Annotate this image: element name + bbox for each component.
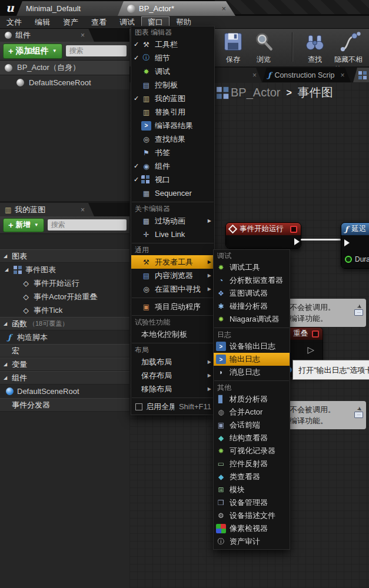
menu-item[interactable]: ✓视口: [131, 173, 214, 186]
close-icon[interactable]: ×: [252, 71, 257, 79]
menu-item[interactable]: ◎查找结果: [131, 132, 214, 146]
menu-item[interactable]: ⚑书签: [131, 146, 214, 159]
debug-stop-icon[interactable]: [312, 330, 319, 338]
delay-node[interactable]: ƒ 延迟 Durati: [341, 222, 369, 269]
menu-item[interactable]: ⚒开发者工具▶: [131, 255, 214, 269]
menu-item[interactable]: ▤内容浏览器▶: [131, 269, 214, 282]
close-icon[interactable]: ×: [81, 206, 85, 214]
menu-item[interactable]: ⊞模块: [214, 483, 290, 496]
duration-pin[interactable]: [345, 256, 352, 263]
menu-item[interactable]: 本地化控制板: [131, 328, 214, 341]
component-tree-row[interactable]: BP_Actor（自身）: [0, 61, 129, 75]
doc-tab-construction-script[interactable]: ƒ Construction Scrip ×: [262, 68, 351, 82]
menu-item[interactable]: 像素检视器: [214, 522, 290, 535]
mbp-section-row[interactable]: 事件分发器: [0, 398, 129, 412]
menu-item[interactable]: ▥替换引用: [131, 105, 214, 119]
doc-tab-event-graph[interactable]: [353, 68, 369, 82]
mbp-section-row[interactable]: ◢图表: [0, 249, 129, 263]
exec-pin-hollow[interactable]: ▷: [307, 345, 314, 355]
mbp-item-row[interactable]: ◇事件Tick: [0, 303, 129, 317]
menu-item[interactable]: ▣会话前端: [214, 419, 290, 432]
add-component-button[interactable]: + 添加组件 ▼: [3, 44, 62, 59]
menu-item[interactable]: ▤控制板: [131, 78, 214, 92]
menu-item[interactable]: ✸Niagara调试器: [214, 313, 290, 326]
mbp-item-row[interactable]: ◢事件图表: [0, 263, 129, 276]
menu-item[interactable]: ✓▥我的蓝图: [131, 92, 214, 105]
menu-item[interactable]: ✓⚒工具栏: [131, 38, 214, 51]
menu-item[interactable]: ⚙设备描述文件: [214, 509, 290, 522]
menu-item[interactable]: 保存布局▶: [131, 369, 214, 382]
toolbar-button-find[interactable]: 查找: [298, 31, 331, 65]
menu-item[interactable]: ✓◉组件: [131, 159, 214, 173]
menu-item[interactable]: ✸可视化记录器: [214, 445, 290, 457]
menu-item[interactable]: ▦Sequencer: [131, 186, 214, 200]
components-search-input[interactable]: 搜索: [66, 45, 127, 56]
menu-item[interactable]: ◆结构查看器: [214, 432, 290, 445]
my-blueprint-search-input[interactable]: 搜索: [48, 219, 127, 230]
debug-stop-icon[interactable]: [290, 226, 297, 233]
menu-item[interactable]: ▣项目启动程序: [131, 300, 214, 313]
checkbox[interactable]: [135, 403, 142, 410]
add-new-button[interactable]: + 新增 ▼: [3, 218, 44, 232]
mbp-item-row[interactable]: ◇事件开始运行: [0, 276, 129, 290]
menu-item[interactable]: ✸调试: [131, 65, 214, 78]
menu-item[interactable]: >设备输出日志: [214, 340, 290, 353]
menubar-item-3[interactable]: 资产: [56, 16, 85, 28]
window-tab-label: BP_Actor*: [139, 4, 174, 13]
menu-item[interactable]: ❖蓝图调试器: [214, 287, 290, 300]
event-icon: ◇: [21, 306, 31, 315]
exec-output-pin[interactable]: [294, 238, 300, 245]
my-blueprint-panel-tab[interactable]: ▥ 我的蓝图 ×: [0, 203, 94, 216]
menu-section-header: 布局: [131, 345, 214, 355]
components-panel-tab[interactable]: 组件 ×: [0, 28, 94, 42]
menu-item[interactable]: ✓ⓘ细节: [131, 51, 214, 65]
menu-item[interactable]: ▊材质分析器: [214, 393, 290, 406]
window-tab-bp-actor[interactable]: BP_Actor* ×: [118, 1, 235, 16]
menu-item[interactable]: ✛Live Link: [131, 228, 214, 241]
mbp-item-row[interactable]: DefaultSceneRoot: [0, 385, 129, 398]
menu-item[interactable]: ▩过场动画▶: [131, 214, 214, 228]
menu-item[interactable]: >编译器结果: [131, 119, 214, 132]
toolbar-button-save[interactable]: 保存: [217, 31, 250, 65]
pixel-icon: [216, 524, 226, 533]
mbp-section-row[interactable]: ◢组件: [0, 371, 129, 385]
menubar-item-4[interactable]: 查看: [85, 16, 113, 28]
menu-item[interactable]: ⓘ资产审计: [214, 535, 290, 548]
mbp-item-row[interactable]: ◇事件Actor开始重叠: [0, 290, 129, 303]
menu-item-label: 合并Actor: [230, 407, 287, 417]
menu-item[interactable]: ✸调试工具: [214, 261, 290, 274]
mbp-section-row[interactable]: ◢变量: [0, 358, 129, 371]
menu-item[interactable]: ◆类查看器: [214, 470, 290, 483]
menu-item[interactable]: ❒设备管理器: [214, 496, 290, 509]
menubar-item-1[interactable]: 文件: [0, 16, 28, 28]
close-icon[interactable]: ×: [81, 31, 85, 39]
menu-item-label: 在蓝图中寻找: [155, 284, 205, 295]
menu-item[interactable]: 移除布局▶: [131, 382, 214, 396]
menu-item[interactable]: >输出日志: [214, 353, 290, 366]
menu-item[interactable]: ◎在蓝图中寻找▶: [131, 282, 214, 296]
breadcrumb-root[interactable]: BP_Actor: [231, 86, 280, 99]
menu-item[interactable]: 加载布局▶: [131, 355, 214, 369]
book-icon: ▥: [141, 94, 151, 103]
close-icon[interactable]: ×: [221, 4, 226, 13]
unreal-logo: u: [2, 1, 18, 15]
menu-item-label: 控件反射器: [230, 459, 287, 469]
exec-input-pin[interactable]: [344, 239, 350, 246]
menu-item[interactable]: ◍合并Actor: [214, 406, 290, 419]
menubar-item-2[interactable]: 编辑: [28, 16, 56, 28]
component-tree-row[interactable]: DefaultSceneRoot: [0, 75, 129, 89]
close-icon[interactable]: ×: [341, 71, 345, 79]
menu-item[interactable]: ▭控件反射器: [214, 457, 290, 470]
mbp-item-row[interactable]: ƒ构造脚本: [0, 330, 129, 344]
menu-item-label: 结构查看器: [230, 433, 287, 443]
menu-item-fullscreen[interactable]: 启用全屏Shift+F11: [131, 400, 214, 413]
menu-item[interactable]: ✱碰撞分析器: [214, 300, 290, 313]
menu-item[interactable]: ◔分析数据查看器: [214, 274, 290, 287]
mbp-section-row[interactable]: ◢函数（18可覆盖）: [0, 317, 129, 330]
menu-section-header: 关卡编辑器: [131, 204, 214, 214]
window-tab-minimal-default[interactable]: Minimal_Default: [16, 1, 135, 16]
menu-item[interactable]: ◗消息日志: [214, 366, 290, 379]
mbp-section-row[interactable]: 宏: [0, 344, 129, 358]
event-beginplay-node[interactable]: 事件开始运行: [225, 222, 301, 249]
toolbar-button-browse[interactable]: 浏览: [247, 31, 280, 65]
